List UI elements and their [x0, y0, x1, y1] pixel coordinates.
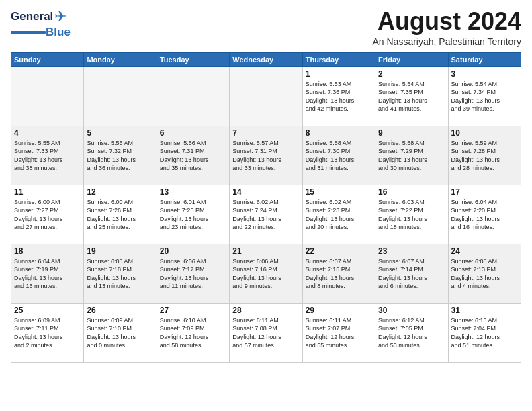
- day-number: 10: [451, 128, 518, 138]
- table-row: 22Sunrise: 6:07 AMSunset: 7:15 PMDayligh…: [302, 244, 375, 303]
- day-number: 24: [451, 246, 518, 256]
- logo-bird-icon: ✈: [54, 8, 66, 26]
- table-row: 28Sunrise: 6:11 AMSunset: 7:08 PMDayligh…: [230, 303, 302, 362]
- day-info: Sunrise: 5:53 AMSunset: 7:36 PMDaylight:…: [306, 80, 372, 113]
- day-number: 17: [451, 187, 518, 197]
- day-number: 14: [232, 187, 299, 197]
- day-info: Sunrise: 6:11 AMSunset: 7:08 PMDaylight:…: [232, 316, 299, 350]
- day-info: Sunrise: 6:12 AMSunset: 7:05 PMDaylight:…: [378, 316, 445, 350]
- calendar-week-row: 11Sunrise: 6:00 AMSunset: 7:27 PMDayligh…: [11, 185, 521, 244]
- col-sunday: Sunday: [11, 52, 84, 66]
- table-row: 18Sunrise: 6:04 AMSunset: 7:19 PMDayligh…: [11, 244, 84, 303]
- day-number: 11: [14, 187, 81, 197]
- day-number: 3: [451, 69, 518, 79]
- day-info: Sunrise: 6:07 AMSunset: 7:14 PMDaylight:…: [378, 257, 445, 291]
- logo: General ✈ Blue: [11, 8, 71, 39]
- calendar-week-row: 18Sunrise: 6:04 AMSunset: 7:19 PMDayligh…: [11, 244, 521, 303]
- col-saturday: Saturday: [448, 52, 521, 66]
- logo-blue-text: Blue: [46, 26, 71, 39]
- sub-title: An Nassariyah, Palestinian Territory: [372, 36, 521, 47]
- table-row: 23Sunrise: 6:07 AMSunset: 7:14 PMDayligh…: [375, 244, 448, 303]
- table-row: 10Sunrise: 5:59 AMSunset: 7:28 PMDayligh…: [448, 126, 521, 185]
- day-info: Sunrise: 6:05 AMSunset: 7:18 PMDaylight:…: [87, 257, 153, 291]
- calendar-week-row: 4Sunrise: 5:55 AMSunset: 7:33 PMDaylight…: [11, 126, 521, 185]
- table-row: [11, 66, 84, 126]
- table-row: 12Sunrise: 6:00 AMSunset: 7:26 PMDayligh…: [84, 185, 157, 244]
- day-number: 8: [306, 128, 372, 138]
- table-row: 20Sunrise: 6:06 AMSunset: 7:17 PMDayligh…: [157, 244, 229, 303]
- day-info: Sunrise: 6:02 AMSunset: 7:24 PMDaylight:…: [232, 198, 299, 232]
- table-row: 27Sunrise: 6:10 AMSunset: 7:09 PMDayligh…: [157, 303, 229, 362]
- table-row: [157, 66, 229, 126]
- day-info: Sunrise: 5:56 AMSunset: 7:31 PMDaylight:…: [160, 139, 226, 173]
- table-row: 13Sunrise: 6:01 AMSunset: 7:25 PMDayligh…: [157, 185, 229, 244]
- calendar-header-row: Sunday Monday Tuesday Wednesday Thursday…: [11, 52, 521, 66]
- day-info: Sunrise: 6:02 AMSunset: 7:23 PMDaylight:…: [306, 198, 372, 232]
- day-number: 28: [232, 306, 299, 315]
- day-info: Sunrise: 6:03 AMSunset: 7:22 PMDaylight:…: [378, 198, 445, 232]
- table-row: 21Sunrise: 6:06 AMSunset: 7:16 PMDayligh…: [230, 244, 302, 303]
- day-number: 20: [160, 246, 226, 256]
- day-info: Sunrise: 5:58 AMSunset: 7:29 PMDaylight:…: [378, 139, 445, 173]
- table-row: [84, 66, 157, 126]
- day-info: Sunrise: 6:00 AMSunset: 7:26 PMDaylight:…: [87, 198, 153, 232]
- day-info: Sunrise: 6:09 AMSunset: 7:11 PMDaylight:…: [14, 316, 81, 350]
- day-info: Sunrise: 6:06 AMSunset: 7:17 PMDaylight:…: [160, 257, 226, 291]
- calendar-week-row: 1Sunrise: 5:53 AMSunset: 7:36 PMDaylight…: [11, 66, 521, 126]
- table-row: 16Sunrise: 6:03 AMSunset: 7:22 PMDayligh…: [375, 185, 448, 244]
- day-info: Sunrise: 6:04 AMSunset: 7:20 PMDaylight:…: [451, 198, 518, 232]
- day-info: Sunrise: 6:11 AMSunset: 7:07 PMDaylight:…: [306, 316, 372, 350]
- day-info: Sunrise: 5:57 AMSunset: 7:31 PMDaylight:…: [232, 139, 299, 173]
- main-title: August 2024: [372, 8, 521, 35]
- table-row: 2Sunrise: 5:54 AMSunset: 7:35 PMDaylight…: [375, 66, 448, 126]
- table-row: 31Sunrise: 6:13 AMSunset: 7:04 PMDayligh…: [448, 303, 521, 362]
- table-row: 4Sunrise: 5:55 AMSunset: 7:33 PMDaylight…: [11, 126, 84, 185]
- day-number: 29: [306, 306, 372, 315]
- table-row: 3Sunrise: 5:54 AMSunset: 7:34 PMDaylight…: [448, 66, 521, 126]
- logo-text: General: [11, 10, 53, 24]
- col-wednesday: Wednesday: [230, 52, 302, 66]
- day-info: Sunrise: 5:54 AMSunset: 7:35 PMDaylight:…: [378, 80, 445, 113]
- day-info: Sunrise: 5:59 AMSunset: 7:28 PMDaylight:…: [451, 139, 518, 173]
- col-friday: Friday: [375, 52, 448, 66]
- day-info: Sunrise: 5:56 AMSunset: 7:32 PMDaylight:…: [87, 139, 153, 173]
- day-number: 23: [378, 246, 445, 256]
- day-number: 5: [87, 128, 153, 138]
- table-row: 26Sunrise: 6:09 AMSunset: 7:10 PMDayligh…: [84, 303, 157, 362]
- day-info: Sunrise: 5:54 AMSunset: 7:34 PMDaylight:…: [451, 80, 518, 113]
- table-row: 9Sunrise: 5:58 AMSunset: 7:29 PMDaylight…: [375, 126, 448, 185]
- day-number: 22: [306, 246, 372, 256]
- day-number: 25: [14, 306, 81, 315]
- table-row: 14Sunrise: 6:02 AMSunset: 7:24 PMDayligh…: [230, 185, 302, 244]
- day-info: Sunrise: 6:08 AMSunset: 7:13 PMDaylight:…: [451, 257, 518, 291]
- day-info: Sunrise: 5:58 AMSunset: 7:30 PMDaylight:…: [306, 139, 372, 173]
- day-number: 21: [232, 246, 299, 256]
- page: General ✈ Blue August 2024 An Nassariyah…: [0, 0, 532, 411]
- day-info: Sunrise: 6:06 AMSunset: 7:16 PMDaylight:…: [232, 257, 299, 291]
- day-info: Sunrise: 6:01 AMSunset: 7:25 PMDaylight:…: [160, 198, 226, 232]
- table-row: 5Sunrise: 5:56 AMSunset: 7:32 PMDaylight…: [84, 126, 157, 185]
- table-row: 25Sunrise: 6:09 AMSunset: 7:11 PMDayligh…: [11, 303, 84, 362]
- col-monday: Monday: [84, 52, 157, 66]
- day-info: Sunrise: 5:55 AMSunset: 7:33 PMDaylight:…: [14, 139, 81, 173]
- title-block: August 2024 An Nassariyah, Palestinian T…: [372, 8, 521, 47]
- day-number: 6: [160, 128, 226, 138]
- col-thursday: Thursday: [302, 52, 375, 66]
- logo-blue-bar: [11, 31, 46, 34]
- table-row: 8Sunrise: 5:58 AMSunset: 7:30 PMDaylight…: [302, 126, 375, 185]
- day-number: 7: [232, 128, 299, 138]
- day-number: 15: [306, 187, 372, 197]
- day-info: Sunrise: 6:09 AMSunset: 7:10 PMDaylight:…: [87, 316, 153, 350]
- table-row: 24Sunrise: 6:08 AMSunset: 7:13 PMDayligh…: [448, 244, 521, 303]
- day-number: 18: [14, 246, 81, 256]
- day-number: 19: [87, 246, 153, 256]
- table-row: 19Sunrise: 6:05 AMSunset: 7:18 PMDayligh…: [84, 244, 157, 303]
- day-info: Sunrise: 6:07 AMSunset: 7:15 PMDaylight:…: [306, 257, 372, 291]
- day-number: 31: [451, 306, 518, 315]
- day-number: 26: [87, 306, 153, 315]
- calendar-week-row: 25Sunrise: 6:09 AMSunset: 7:11 PMDayligh…: [11, 303, 521, 362]
- table-row: 1Sunrise: 5:53 AMSunset: 7:36 PMDaylight…: [302, 66, 375, 126]
- day-number: 12: [87, 187, 153, 197]
- day-info: Sunrise: 6:00 AMSunset: 7:27 PMDaylight:…: [14, 198, 81, 232]
- day-info: Sunrise: 6:04 AMSunset: 7:19 PMDaylight:…: [14, 257, 81, 291]
